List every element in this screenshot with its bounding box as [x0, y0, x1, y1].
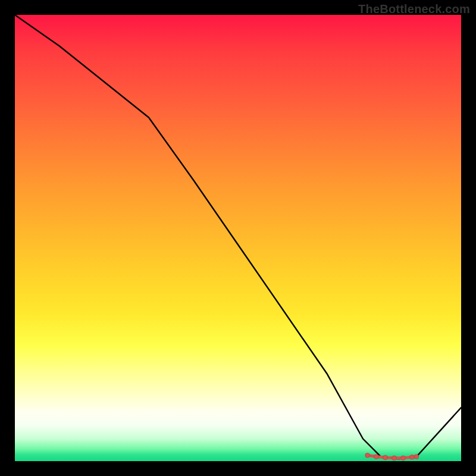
marker-dot: [365, 453, 370, 458]
marker-dot: [401, 456, 406, 461]
marker-dot: [414, 455, 419, 459]
marker-dot: [383, 455, 388, 460]
marker-dot: [410, 455, 415, 459]
marker-dot: [392, 456, 397, 461]
marker-group: [365, 453, 419, 461]
marker-dot: [374, 455, 379, 459]
curve-path: [15, 15, 461, 459]
plot-area: [15, 15, 461, 461]
chart-container: TheBottleneck.com: [0, 0, 476, 476]
watermark-text: TheBottleneck.com: [358, 2, 470, 16]
chart-svg: [15, 15, 461, 461]
